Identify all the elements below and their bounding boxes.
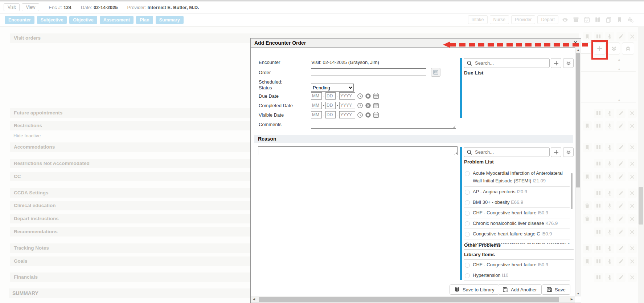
book-icon[interactable]: [594, 121, 603, 130]
dialog-hscroll-thumb[interactable]: [259, 297, 559, 302]
book-icon[interactable]: [594, 244, 603, 253]
page-scrollbar-thumb[interactable]: [639, 187, 643, 225]
hide-inactive-link[interactable]: Hide Inactive: [13, 133, 41, 138]
trash-icon[interactable]: [583, 214, 592, 223]
x-icon[interactable]: [628, 273, 637, 282]
mic-icon[interactable]: [605, 172, 614, 181]
pencil-icon[interactable]: [616, 189, 625, 198]
x-icon[interactable]: [628, 32, 637, 41]
x-icon[interactable]: [628, 257, 637, 266]
x-icon[interactable]: [628, 201, 637, 210]
collapse-icon[interactable]: ▲: [618, 98, 621, 102]
tab-objective[interactable]: Objective: [69, 16, 97, 24]
comments-textarea[interactable]: [311, 120, 456, 129]
pencil-icon[interactable]: [616, 227, 625, 237]
mic-icon[interactable]: [605, 257, 614, 266]
pencil-icon[interactable]: [616, 273, 625, 282]
problem-item[interactable]: Hypertension I10: [464, 270, 570, 281]
book-icon[interactable]: [594, 257, 603, 266]
order-lookup-button[interactable]: [431, 68, 440, 77]
bookmark-icon[interactable]: [583, 121, 592, 130]
stage-tab-intake[interactable]: Intake: [468, 15, 488, 24]
mic-icon[interactable]: [605, 143, 614, 152]
x-icon[interactable]: [628, 189, 637, 198]
x-icon[interactable]: [628, 227, 637, 237]
due-add-button[interactable]: [551, 58, 561, 68]
x-icon[interactable]: [628, 109, 637, 118]
dialog-horizontal-scrollbar[interactable]: ◀ ▶: [251, 296, 575, 303]
stage-tab-depart[interactable]: Depart: [537, 15, 558, 24]
add-another-button[interactable]: Add Another: [498, 284, 542, 295]
radio-icon[interactable]: [465, 221, 470, 226]
mm-input[interactable]: [311, 102, 322, 109]
x-circle-icon[interactable]: [365, 93, 371, 99]
status-select[interactable]: Pending: [311, 84, 354, 92]
problem-item[interactable]: Chronic nonalcoholic liver disease K76.9: [464, 218, 570, 229]
book-icon[interactable]: [594, 273, 603, 282]
save-to-library-button[interactable]: Save to Library: [450, 284, 499, 295]
book-icon[interactable]: [594, 143, 603, 152]
mic-icon[interactable]: [605, 121, 614, 130]
x-icon[interactable]: [628, 121, 637, 130]
pencil-icon[interactable]: [616, 257, 625, 266]
pencil-icon[interactable]: [616, 32, 625, 41]
scroll-left-icon[interactable]: ◀: [253, 296, 255, 303]
problem-add-button[interactable]: [551, 147, 561, 157]
yyyy-input[interactable]: [339, 102, 355, 109]
bookmark-icon[interactable]: [583, 244, 592, 253]
bookmark-icon[interactable]: [583, 172, 592, 181]
problem-list-scrollbar-thumb[interactable]: [571, 173, 573, 209]
radio-icon[interactable]: [465, 211, 470, 216]
mic-icon[interactable]: [605, 201, 614, 210]
radio-icon[interactable]: [465, 263, 470, 268]
book-icon[interactable]: [593, 15, 602, 24]
visit-button[interactable]: Visit: [4, 3, 20, 11]
dialog-vertical-scrollbar[interactable]: ▲ ▼: [575, 47, 581, 296]
view-button[interactable]: View: [22, 3, 39, 11]
x-icon[interactable]: [628, 214, 637, 223]
problem-expand-button[interactable]: [563, 147, 574, 157]
scroll-down-icon[interactable]: ▼: [575, 292, 581, 295]
dd-input[interactable]: [325, 111, 336, 118]
clock-icon[interactable]: [357, 102, 363, 109]
yyyy-input[interactable]: [339, 111, 355, 118]
pencil-icon[interactable]: [616, 143, 625, 152]
pencil-icon[interactable]: [616, 201, 625, 210]
due-search-input[interactable]: [474, 60, 549, 66]
dd-input[interactable]: [325, 102, 336, 109]
clock-icon[interactable]: [357, 93, 363, 99]
book-icon[interactable]: [594, 189, 603, 198]
mic-icon[interactable]: [605, 109, 614, 118]
book-icon[interactable]: [594, 227, 603, 237]
mic-icon[interactable]: [605, 159, 614, 168]
pencil-icon[interactable]: [616, 172, 625, 181]
scroll-up-icon[interactable]: ▲: [575, 48, 581, 52]
chevrons-up-button[interactable]: [622, 43, 634, 54]
collapse-icon[interactable]: ▲: [618, 58, 621, 61]
bookmark-icon[interactable]: [583, 143, 592, 152]
x-icon[interactable]: [628, 244, 637, 253]
scroll-right-icon[interactable]: ▶: [571, 296, 573, 303]
copy-icon[interactable]: [604, 15, 613, 24]
reason-textarea[interactable]: [258, 146, 458, 155]
book-icon[interactable]: [594, 214, 603, 223]
eye-icon[interactable]: [561, 15, 569, 24]
mic-icon[interactable]: [605, 214, 614, 223]
x-circle-icon[interactable]: [365, 112, 371, 118]
save-button[interactable]: Save: [542, 284, 570, 295]
x-icon[interactable]: [628, 143, 637, 152]
archive-icon[interactable]: [571, 15, 580, 24]
radio-icon[interactable]: [465, 232, 470, 237]
book-icon[interactable]: [594, 109, 603, 118]
x-icon[interactable]: [628, 159, 637, 168]
due-expand-button[interactable]: [563, 58, 574, 68]
mm-input[interactable]: [311, 111, 322, 118]
mic-icon[interactable]: [605, 189, 614, 198]
problem-item[interactable]: CHF - Congestive heart failure I50.9: [464, 260, 570, 270]
dialog-vscroll-thumb[interactable]: [576, 53, 580, 187]
stage-tab-provider[interactable]: Provider: [511, 15, 536, 24]
mic-icon[interactable]: [605, 227, 614, 237]
yyyy-input[interactable]: [339, 92, 355, 100]
pencil-icon[interactable]: [616, 109, 625, 118]
pencil-icon[interactable]: [616, 121, 625, 130]
